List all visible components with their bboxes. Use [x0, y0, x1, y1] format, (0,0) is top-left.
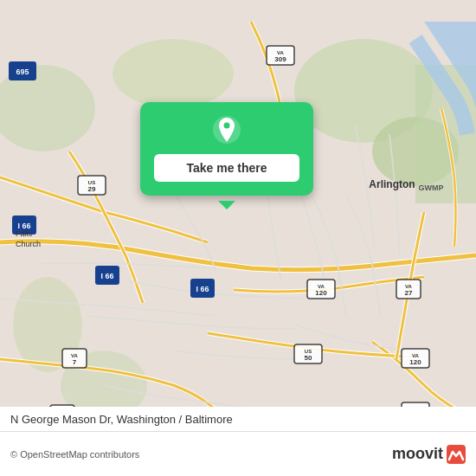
map-background: I 66 I 66 I 66 695 US 29 VA 309 VA 120 V… [0, 0, 476, 476]
svg-text:7: 7 [73, 358, 77, 366]
moovit-brand-text: moovit [392, 445, 443, 463]
svg-text:695: 695 [16, 68, 29, 76]
map-attribution: © OpenStreetMap contributors [10, 449, 139, 460]
popup-card: Take me there [140, 102, 313, 196]
svg-text:50: 50 [305, 354, 312, 362]
svg-point-5 [113, 39, 234, 108]
svg-text:I 66: I 66 [100, 272, 113, 280]
svg-text:GWMP: GWMP [419, 183, 444, 192]
location-label: N George Mason Dr, Washington / Baltimor… [0, 407, 476, 431]
moovit-logo: moovit [392, 445, 466, 464]
svg-text:120: 120 [315, 289, 327, 297]
svg-text:29: 29 [88, 185, 96, 193]
map-container: I 66 I 66 I 66 695 US 29 VA 309 VA 120 V… [0, 0, 476, 476]
location-pin-icon [211, 114, 242, 145]
svg-text:309: 309 [274, 55, 286, 63]
svg-text:27: 27 [405, 289, 413, 297]
svg-point-51 [224, 123, 230, 129]
moovit-brand-icon [447, 445, 466, 464]
svg-text:Falls: Falls [16, 229, 33, 238]
svg-text:I 66: I 66 [196, 285, 209, 293]
svg-text:Church: Church [16, 240, 41, 248]
location-name-text: N George Mason Dr, Washington / Baltimor… [10, 413, 233, 426]
svg-text:120: 120 [409, 358, 421, 366]
svg-text:Arlington: Arlington [369, 178, 415, 190]
take-me-there-button[interactable]: Take me there [154, 154, 299, 182]
bottom-bar: © OpenStreetMap contributors moovit [0, 431, 476, 476]
